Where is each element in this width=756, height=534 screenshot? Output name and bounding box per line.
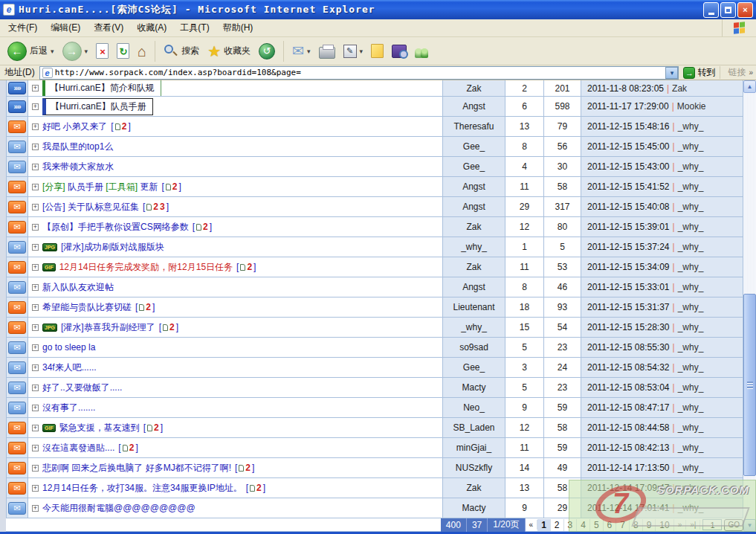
last-reply-user[interactable]: Mookie [677,101,706,112]
page-count-links[interactable]: [ 2 ] [246,483,265,493]
page-count-links[interactable]: [ 2 ] [193,222,212,232]
history-button[interactable]: ↺ [256,42,278,61]
page-number-link[interactable]: 2 [172,181,178,192]
favorites-button[interactable]: ★ 收藏夹 [204,41,253,62]
expand-topic-icon[interactable]: + [32,184,39,190]
forward-dropdown-icon[interactable]: ▾ [85,48,88,55]
expand-topic-icon[interactable]: + [32,425,39,431]
edit-button[interactable]: ✎▾ [340,43,366,59]
address-input[interactable]: e http://www.sorpack.com/index.asp?board… [39,66,679,80]
topic-title-link[interactable]: 悲剧啊 回来之后换电脑了 好多MJ都不记得了啊! [42,462,231,475]
expand-topic-icon[interactable]: + [32,244,39,251]
topic-title-link[interactable]: go to sleep la [42,342,95,353]
page-count-links[interactable]: [ 2 ] [161,181,181,192]
messenger-note-button[interactable] [368,42,387,59]
scroll-up-button[interactable]: ▲ [743,80,756,93]
page-number-link[interactable]: 2 [169,322,175,332]
expand-topic-icon[interactable]: + [32,405,39,411]
back-button[interactable]: ← 后退 ▾ [4,40,57,62]
page-count-links[interactable]: [ 2 ] [159,322,178,332]
go-button[interactable]: → 转到 [679,66,720,79]
last-reply-user[interactable]: _why_ [678,463,704,473]
last-reply-user[interactable]: _why_ [678,342,704,353]
last-reply-user[interactable]: _why_ [678,422,704,433]
last-reply-user[interactable]: _why_ [678,121,704,132]
expand-topic-icon[interactable]: + [32,103,39,110]
page-number-link[interactable]: 2 [247,262,252,272]
page-count-links[interactable]: [ 2 ] [236,262,256,272]
menu-favorites[interactable]: 收藏(A) [130,19,173,36]
page-number-link[interactable]: 2 [245,463,251,473]
links-chevron-icon[interactable]: » [749,68,755,77]
page-count-links[interactable]: [ 2 3 ] [143,202,169,212]
topic-title-link[interactable]: 【Hurri.canE】队员手册 [42,98,153,115]
expand-topic-icon[interactable]: + [32,485,39,492]
page-link[interactable]: 1 [537,519,551,531]
last-reply-user[interactable]: Zak [672,83,687,94]
first-page-button[interactable]: « [526,520,538,530]
menu-edit[interactable]: 编辑(E) [44,19,87,36]
menu-view[interactable]: 查看(V) [87,19,130,36]
expand-topic-icon[interactable]: + [32,123,39,130]
last-reply-user[interactable]: _why_ [678,382,704,393]
expand-topic-icon[interactable]: + [32,224,39,231]
last-reply-user[interactable]: _why_ [678,181,704,192]
topic-title-link[interactable]: 沒在這裏發過貼.... [42,442,114,454]
topic-title-link[interactable]: [灌水]恭喜我升副经理了 [61,321,155,334]
last-reply-user[interactable]: _why_ [678,443,704,453]
topic-title-link[interactable]: 12月14日任务完成发奖励，附12月15日任务 [59,261,233,274]
last-reply-user[interactable]: _why_ [678,262,704,272]
refresh-button[interactable]: ↻ [114,42,132,60]
page-count-links[interactable]: [ 2 ] [135,302,155,312]
page-number-link[interactable]: 2 [256,483,262,493]
menu-tools[interactable]: 工具(T) [173,19,216,36]
topic-title-link[interactable]: 我是队里的top1么 [42,141,113,153]
topic-title-link[interactable]: 【原创】手把手教你设置CS网络参数 [42,221,189,234]
last-reply-user[interactable]: _why_ [678,402,704,413]
last-reply-user[interactable]: _why_ [678,141,704,152]
discuss-button[interactable] [389,43,410,59]
page-number-link[interactable]: 2 [153,202,158,212]
expand-topic-icon[interactable]: + [32,264,39,271]
last-reply-user[interactable]: _why_ [678,161,704,172]
expand-topic-icon[interactable]: + [32,385,39,391]
search-button[interactable]: 搜索 [161,42,202,60]
mail-dropdown-icon[interactable]: ▾ [307,48,311,55]
scrollbar-thumb[interactable] [743,294,756,476]
expand-topic-icon[interactable]: + [32,284,39,291]
expand-topic-icon[interactable]: + [32,204,39,210]
page-count-links[interactable]: [ 2 ] [143,422,163,433]
topic-title-link[interactable]: 我来带领大家放水 [42,161,114,173]
page-number-link[interactable]: 3 [160,202,165,212]
home-button[interactable]: ⌂ [135,42,149,60]
menu-help[interactable]: 帮助(H) [216,19,260,36]
expand-topic-icon[interactable]: + [32,344,39,351]
expand-topic-icon[interactable]: + [32,505,39,512]
mail-button[interactable]: ✉▾ [289,41,313,61]
vertical-scrollbar[interactable]: ▲ ▼ [743,80,756,532]
topic-title-link[interactable]: 希望能与贵队比赛切磋 [42,301,132,314]
page-number-link[interactable]: 2 [146,302,151,312]
last-reply-user[interactable]: _why_ [678,242,704,252]
last-reply-user[interactable]: _why_ [678,302,704,312]
messenger-button[interactable] [412,43,434,59]
expand-topic-icon[interactable]: + [32,324,39,331]
minimize-button[interactable] [703,2,719,18]
topic-title-link[interactable]: 好吧 小弟又来了 [42,120,107,133]
expand-topic-icon[interactable]: + [32,465,39,472]
topic-title-link[interactable]: [分享] 队员手册 [工具箱] 更新 [42,181,158,193]
page-number-link[interactable]: 2 [129,443,135,453]
expand-topic-icon[interactable]: + [32,144,39,150]
expand-topic-icon[interactable]: + [32,304,39,311]
expand-topic-icon[interactable]: + [32,445,39,451]
menu-file[interactable]: 文件(F) [1,19,44,36]
topic-title-link[interactable]: 新入队队友欢迎帖 [42,281,114,294]
edit-dropdown-icon[interactable]: ▾ [360,48,364,55]
close-button[interactable]: × [737,2,753,18]
page-count-links[interactable]: [ 2 ] [235,463,254,473]
topic-title-link[interactable]: 今天能用很耐電腦@@@@@@@@@ [42,502,196,515]
page-number-link[interactable]: 2 [122,121,127,132]
topic-title-link[interactable]: [灌水]成功刷版对战服版块 [61,241,164,254]
topic-title-link[interactable]: [公告] 关于队标意见征集 [42,201,139,213]
topic-title-link[interactable]: 好了..又要做飯了..... [42,382,122,394]
